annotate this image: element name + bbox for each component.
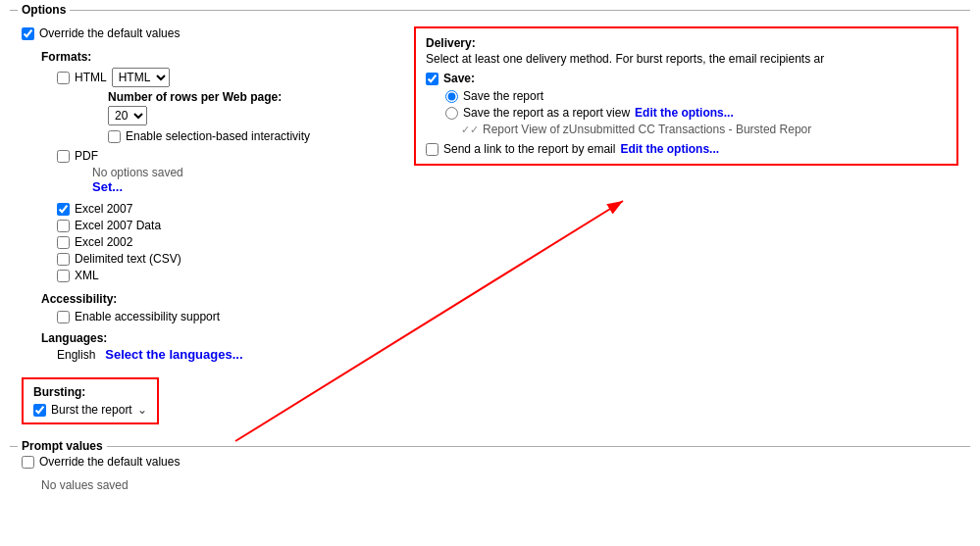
html-checkbox[interactable] — [57, 72, 70, 84]
bursting-container: Bursting: Burst the report ⌄ — [22, 370, 394, 424]
xml-label: XML — [75, 269, 99, 282]
html-label: HTML — [75, 71, 107, 84]
save-report-label: Save the report — [463, 89, 543, 103]
burst-row: Burst the report ⌄ — [33, 403, 147, 417]
prompt-no-values: No values saved — [41, 478, 958, 492]
accessibility-checkbox[interactable] — [57, 311, 70, 323]
interactivity-checkbox[interactable] — [108, 130, 121, 143]
excel2007data-row: Excel 2007 Data — [57, 219, 394, 232]
bursting-label: Bursting: — [33, 385, 147, 399]
delimited-label: Delimited text (CSV) — [75, 252, 181, 266]
prompt-override-row: Override the default values — [22, 455, 958, 469]
prompt-values-title: Prompt values — [18, 439, 107, 453]
excel2002-checkbox[interactable] — [57, 236, 70, 249]
excel2007-label: Excel 2007 — [75, 202, 132, 216]
delimited-row: Delimited text (CSV) — [57, 252, 394, 266]
override-checkbox[interactable] — [22, 27, 34, 40]
excel2007data-checkbox[interactable] — [57, 220, 70, 232]
rows-select[interactable]: 20 — [108, 106, 147, 125]
set-row: Set... — [92, 179, 394, 194]
save-checkbox[interactable] — [426, 73, 438, 85]
excel2007-row: Excel 2007 — [57, 202, 394, 216]
html-select[interactable]: HTML — [112, 68, 170, 87]
report-view-name: Report View of zUnsubmitted CC Transacti… — [483, 123, 811, 136]
save-section: Save: Save the report Save the report as… — [426, 72, 947, 136]
interactivity-row: Enable selection-based interactivity — [108, 129, 394, 143]
burst-label: Burst the report — [51, 403, 132, 417]
current-language: English — [57, 348, 95, 362]
save-label: Save: — [443, 72, 475, 85]
options-title: Options — [18, 3, 70, 17]
save-report-view-radio[interactable] — [445, 107, 458, 120]
accessibility-label: Accessibility: — [41, 292, 394, 306]
rows-label: Number of rows per Web page: — [108, 90, 394, 104]
formats-label: Formats: — [41, 50, 394, 64]
excel2002-row: Excel 2002 — [57, 235, 394, 249]
delivery-title: Delivery: — [426, 36, 947, 50]
save-report-radio-row: Save the report — [445, 89, 947, 103]
accessibility-section: Accessibility: Enable accessibility supp… — [22, 292, 394, 323]
html-row: HTML HTML — [57, 68, 394, 87]
send-link-label: Send a link to the report by email — [443, 142, 615, 156]
excel2002-label: Excel 2002 — [75, 235, 132, 249]
accessibility-row: Enable accessibility support — [57, 310, 394, 323]
send-link-row: Send a link to the report by email Edit … — [426, 142, 947, 156]
delivery-box: Delivery: Select at least one delivery m… — [414, 26, 958, 166]
chevron-down-icon: ⌄ — [137, 403, 147, 417]
excel2007-checkbox[interactable] — [57, 203, 70, 216]
pdf-label: PDF — [75, 149, 98, 163]
html-format-group: HTML HTML Number of rows per Web page: 2… — [57, 68, 394, 143]
prompt-values-section: Prompt values Override the default value… — [10, 446, 970, 504]
pdf-format-group: PDF No options saved Set... — [57, 149, 394, 194]
xml-checkbox[interactable] — [57, 270, 70, 282]
save-report-view-label: Save the report as a report view — [463, 106, 630, 120]
languages-section: Languages: English Select the languages.… — [22, 331, 394, 362]
languages-row: English Select the languages... — [57, 347, 394, 362]
delivery-desc: Select at least one delivery method. For… — [426, 52, 947, 66]
double-slash-icon: ✓✓ — [461, 124, 479, 136]
delimited-checkbox[interactable] — [57, 253, 70, 266]
prompt-override-checkbox[interactable] — [22, 456, 34, 469]
pdf-checkbox[interactable] — [57, 150, 70, 163]
prompt-override-label: Override the default values — [39, 455, 180, 469]
interactivity-label: Enable selection-based interactivity — [126, 129, 310, 143]
bursting-box: Bursting: Burst the report ⌄ — [22, 377, 159, 424]
xml-row: XML — [57, 269, 394, 282]
edit-options-link-2[interactable]: Edit the options... — [620, 142, 719, 156]
override-label: Override the default values — [39, 26, 180, 40]
report-view-row: ✓✓ Report View of zUnsubmitted CC Transa… — [461, 123, 947, 136]
rows-row: 20 — [108, 106, 394, 125]
edit-options-link-1[interactable]: Edit the options... — [635, 106, 734, 120]
save-report-view-radio-row: Save the report as a report view Edit th… — [445, 106, 947, 120]
left-column: Override the default values Formats: HTM… — [22, 26, 394, 424]
send-link-checkbox[interactable] — [426, 143, 438, 156]
languages-label: Languages: — [41, 331, 394, 345]
burst-checkbox[interactable] — [33, 404, 46, 417]
accessibility-checkbox-label: Enable accessibility support — [75, 310, 220, 323]
pdf-row: PDF — [57, 149, 394, 163]
select-languages-link[interactable]: Select the languages... — [105, 347, 242, 362]
override-row: Override the default values — [22, 26, 394, 40]
right-column: Delivery: Select at least one delivery m… — [414, 26, 958, 424]
set-link[interactable]: Set... — [92, 179, 123, 194]
excel2007data-label: Excel 2007 Data — [75, 219, 161, 232]
pdf-no-options: No options saved — [92, 166, 394, 179]
save-report-radio[interactable] — [445, 90, 458, 103]
save-header: Save: — [426, 72, 947, 85]
options-section: Options Override the default values Form… — [10, 10, 970, 436]
